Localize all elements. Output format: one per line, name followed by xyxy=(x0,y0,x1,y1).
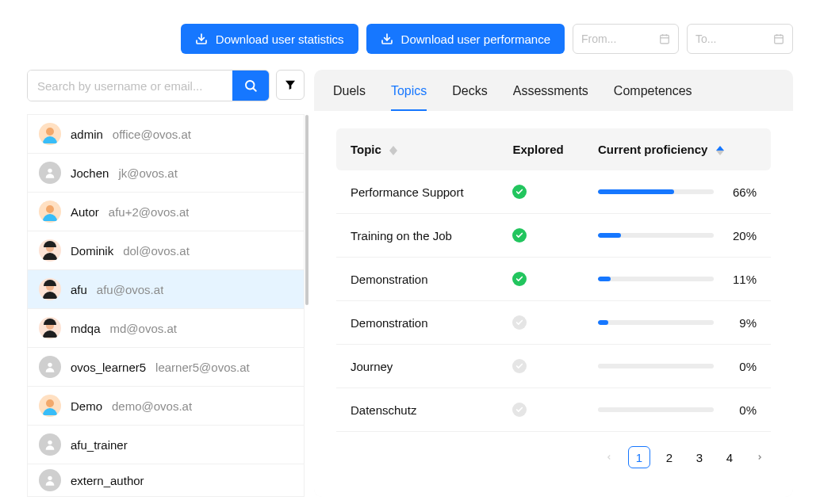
cell-topic: Demonstration xyxy=(336,301,503,345)
user-email: jk@ovos.at xyxy=(118,166,177,180)
progress-bar xyxy=(598,320,714,325)
download-icon xyxy=(195,32,208,45)
search-input[interactable] xyxy=(28,71,232,101)
download-perf-button[interactable]: Download user performance xyxy=(366,24,565,54)
user-name: Dominik xyxy=(71,244,113,258)
user-name: extern_author xyxy=(71,474,144,487)
avatar xyxy=(39,278,61,300)
tabs: DuelsTopicsDecksAssessmentsCompetences xyxy=(314,70,793,111)
user-list-item[interactable]: Autorafu+2@ovos.at xyxy=(28,193,304,231)
date-to-input[interactable]: To... xyxy=(687,24,793,54)
avatar xyxy=(39,469,61,491)
sort-icon xyxy=(389,146,397,155)
user-list-item[interactable]: Jochenjk@ovos.at xyxy=(28,154,304,193)
progress-bar xyxy=(598,364,714,368)
download-stats-button[interactable]: Download user statistics xyxy=(181,24,358,54)
svg-point-15 xyxy=(48,476,52,480)
proficiency-value: 9% xyxy=(725,316,757,330)
tab-assessments[interactable]: Assessments xyxy=(513,84,588,111)
cell-topic: Journey xyxy=(336,345,503,388)
tab-duels[interactable]: Duels xyxy=(333,84,366,111)
download-perf-label: Download user performance xyxy=(401,32,550,46)
pagination-prev[interactable] xyxy=(598,446,620,468)
cell-explored xyxy=(503,258,588,301)
avatar xyxy=(39,162,61,184)
date-from-input[interactable]: From... xyxy=(573,24,679,54)
user-list-item[interactable]: Dominikdol@ovos.at xyxy=(28,231,304,270)
avatar xyxy=(39,356,61,378)
filter-button[interactable] xyxy=(276,70,305,100)
tab-competences[interactable]: Competences xyxy=(614,84,692,111)
user-list-item[interactable]: mdqamd@ovos.at xyxy=(28,309,304,348)
svg-point-13 xyxy=(48,363,52,367)
avatar xyxy=(39,433,61,456)
user-email: afu+2@ovos.at xyxy=(109,205,190,219)
table-row: Journey0% xyxy=(336,345,771,388)
user-name: Autor xyxy=(71,205,99,219)
chevron-right-icon xyxy=(756,453,764,461)
download-stats-label: Download user statistics xyxy=(216,32,344,46)
table-row: Demonstration9% xyxy=(336,301,771,345)
unchecked-icon xyxy=(512,403,527,417)
sort-icon xyxy=(716,146,724,155)
pagination-page-3[interactable]: 3 xyxy=(688,446,711,468)
table-row: Demonstration11% xyxy=(336,258,771,301)
pagination-page-1[interactable]: 1 xyxy=(628,446,650,468)
calendar-icon xyxy=(659,33,670,44)
tab-decks[interactable]: Decks xyxy=(452,84,487,111)
column-header-proficiency[interactable]: Current proficiency xyxy=(588,128,771,170)
cell-explored xyxy=(503,214,588,258)
table-row: Datenschutz0% xyxy=(336,388,771,432)
pagination-page-2[interactable]: 2 xyxy=(658,446,680,468)
avatar xyxy=(39,123,61,145)
user-email: afu@ovos.at xyxy=(97,283,163,296)
user-name: Demo xyxy=(71,399,102,413)
download-icon xyxy=(381,32,393,45)
cell-topic: Demonstration xyxy=(336,258,503,301)
cell-proficiency: 20% xyxy=(588,214,771,258)
svg-point-12 xyxy=(48,169,52,173)
pagination-page-4[interactable]: 4 xyxy=(718,446,741,468)
chevron-left-icon xyxy=(605,453,613,461)
user-email: office@ovos.at xyxy=(113,128,191,141)
cell-explored xyxy=(503,345,588,388)
tab-topics[interactable]: Topics xyxy=(391,84,427,111)
user-list-item[interactable]: extern_author xyxy=(28,464,304,496)
user-name: mdqa xyxy=(71,322,101,335)
progress-bar xyxy=(598,233,714,238)
avatar xyxy=(39,395,61,417)
cell-explored xyxy=(503,388,588,432)
user-list-item[interactable]: afuafu@ovos.at xyxy=(28,270,304,309)
user-list-item[interactable]: afu_trainer xyxy=(28,426,304,464)
check-icon xyxy=(512,228,527,242)
search-button[interactable] xyxy=(232,71,269,101)
avatar xyxy=(39,239,61,262)
user-name: afu xyxy=(71,283,87,296)
column-header-explored[interactable]: Explored xyxy=(503,128,588,170)
user-name: Jochen xyxy=(71,166,109,180)
calendar-icon xyxy=(773,33,784,44)
pagination: 1234 xyxy=(336,446,771,468)
cell-proficiency: 0% xyxy=(588,388,771,432)
cell-proficiency: 66% xyxy=(588,170,771,214)
user-list-item[interactable]: ovos_learner5learner5@ovos.at xyxy=(28,348,304,387)
user-list-item[interactable]: Demodemo@ovos.at xyxy=(28,387,304,426)
user-name: afu_trainer xyxy=(71,438,128,452)
column-header-proficiency-label: Current proficiency xyxy=(598,143,707,156)
proficiency-value: 66% xyxy=(725,185,757,199)
svg-point-14 xyxy=(48,441,52,445)
scrollbar[interactable] xyxy=(305,115,308,305)
pagination-next[interactable] xyxy=(749,446,771,468)
svg-line-11 xyxy=(253,88,255,90)
proficiency-value: 0% xyxy=(725,403,757,417)
column-header-topic-label: Topic xyxy=(351,143,381,156)
user-list-item[interactable]: adminoffice@ovos.at xyxy=(28,115,304,154)
column-header-topic[interactable]: Topic xyxy=(336,128,503,170)
filter-icon xyxy=(284,78,297,91)
column-header-explored-label: Explored xyxy=(512,143,563,156)
cell-proficiency: 0% xyxy=(588,345,771,388)
table-row: Training on the Job20% xyxy=(336,214,771,258)
search-icon xyxy=(243,78,258,93)
cell-explored xyxy=(503,301,588,345)
cell-topic: Performance Support xyxy=(336,170,503,214)
